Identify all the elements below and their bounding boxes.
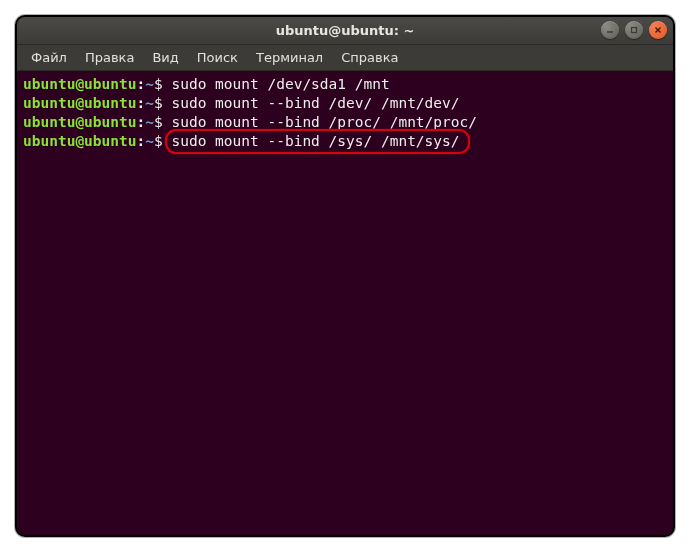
minimize-icon: [606, 26, 614, 34]
prompt-colon: :: [137, 133, 146, 149]
terminal-line: ubuntu@ubuntu:~$ sudo mount /dev/sda1 /m…: [23, 75, 667, 94]
prompt-colon: :: [137, 95, 146, 111]
prompt-path: ~: [145, 114, 154, 130]
titlebar: ubuntu@ubuntu: ~: [17, 17, 673, 45]
prompt-user: ubuntu@ubuntu: [23, 133, 137, 149]
prompt-dollar: $: [154, 76, 163, 92]
menu-search[interactable]: Поиск: [189, 48, 246, 67]
prompt-colon: :: [137, 114, 146, 130]
command-text: sudo mount --bind /dev/ /mnt/dev/: [171, 95, 459, 111]
prompt-dollar: $: [154, 95, 163, 111]
svg-rect-1: [632, 27, 637, 32]
menu-help[interactable]: Справка: [333, 48, 406, 67]
prompt-path: ~: [145, 133, 154, 149]
maximize-icon: [630, 26, 638, 34]
command-text: sudo mount --bind /sys/ /mnt/sys/: [171, 133, 459, 149]
prompt-path: ~: [145, 76, 154, 92]
minimize-button[interactable]: [601, 21, 619, 39]
terminal-window: ubuntu@ubuntu: ~ Файл Правка Вид Поиск Т…: [15, 15, 675, 537]
maximize-button[interactable]: [625, 21, 643, 39]
window-title: ubuntu@ubuntu: ~: [276, 23, 415, 38]
menu-edit[interactable]: Правка: [77, 48, 142, 67]
terminal-line: ubuntu@ubuntu:~$ sudo mount --bind /sys/…: [23, 132, 667, 151]
highlighted-command: sudo mount --bind /sys/ /mnt/sys/: [171, 132, 459, 151]
prompt-user: ubuntu@ubuntu: [23, 114, 137, 130]
command-text: sudo mount /dev/sda1 /mnt: [171, 76, 389, 92]
close-icon: [654, 26, 662, 34]
prompt-colon: :: [137, 76, 146, 92]
menu-file[interactable]: Файл: [23, 48, 75, 67]
menu-terminal[interactable]: Терминал: [248, 48, 331, 67]
command-text: sudo mount --bind /proc/ /mnt/proc/: [171, 114, 477, 130]
prompt-path: ~: [145, 95, 154, 111]
close-button[interactable]: [649, 21, 667, 39]
window-controls: [601, 21, 667, 39]
prompt-user: ubuntu@ubuntu: [23, 95, 137, 111]
prompt-user: ubuntu@ubuntu: [23, 76, 137, 92]
menubar: Файл Правка Вид Поиск Терминал Справка: [17, 45, 673, 71]
prompt-dollar: $: [154, 133, 163, 149]
menu-view[interactable]: Вид: [144, 48, 186, 67]
terminal-line: ubuntu@ubuntu:~$ sudo mount --bind /proc…: [23, 113, 667, 132]
terminal-line: ubuntu@ubuntu:~$ sudo mount --bind /dev/…: [23, 94, 667, 113]
prompt-dollar: $: [154, 114, 163, 130]
terminal-body[interactable]: ubuntu@ubuntu:~$ sudo mount /dev/sda1 /m…: [17, 71, 673, 535]
